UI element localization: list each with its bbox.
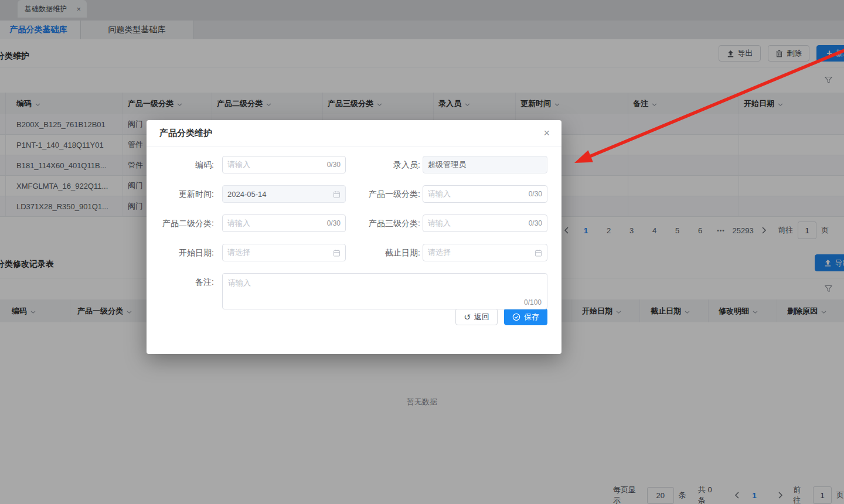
cat3-label: 产品三级分类: <box>346 214 420 232</box>
start-date-label: 开始日期: <box>147 244 214 261</box>
back-button[interactable]: ↺ 返回 <box>455 308 498 325</box>
dialog-footer: ↺ 返回 保存 <box>147 308 547 325</box>
dialog-title: 产品分类维护 <box>159 128 212 139</box>
dialog-header: 产品分类维护 × <box>147 120 561 147</box>
char-counter: 0/100 <box>524 298 542 307</box>
operator-label: 录入员: <box>346 156 420 173</box>
check-circle-icon <box>512 313 520 321</box>
remark-textarea[interactable]: 请输入 0/100 <box>222 273 547 309</box>
form-row: 备注: 请输入 0/100 <box>147 273 561 291</box>
update-time-label: 更新时间: <box>147 185 214 203</box>
form-row: 编码: 请输入 0/30 录入员: 超级管理员 <box>147 156 561 173</box>
calendar-icon <box>333 249 341 257</box>
save-button[interactable]: 保存 <box>504 308 547 325</box>
end-date-picker[interactable]: 请选择 <box>423 244 547 261</box>
cat3-input[interactable]: 请输入 0/30 <box>423 214 547 232</box>
cat1-label: 产品一级分类: <box>346 185 420 203</box>
dialog-body: 编码: 请输入 0/30 录入员: 超级管理员 更新时间: 2024-05-14… <box>147 147 561 325</box>
cat2-label: 产品二级分类: <box>147 214 214 232</box>
remark-label: 备注: <box>147 273 214 291</box>
form-row: 开始日期: 请选择 截止日期: 请选择 <box>147 244 561 261</box>
cat2-input[interactable]: 请输入 0/30 <box>222 214 346 232</box>
close-icon[interactable]: × <box>543 128 550 138</box>
operator-input: 超级管理员 <box>423 156 547 173</box>
update-time-input: 2024-05-14 <box>222 185 346 203</box>
end-date-label: 截止日期: <box>346 244 420 261</box>
save-button-label: 保存 <box>524 312 539 322</box>
char-counter: 0/30 <box>327 161 341 169</box>
product-category-dialog: 产品分类维护 × 编码: 请输入 0/30 录入员: 超级管理员 更新时间: 2… <box>147 120 561 354</box>
app-screen: 基础数据维护 × 产品分类基础库 问题类型基础库 分类维护 导出 删除 <box>0 0 844 504</box>
char-counter: 0/30 <box>327 219 341 227</box>
code-input[interactable]: 请输入 0/30 <box>222 156 346 173</box>
form-row: 产品二级分类: 请输入 0/30 产品三级分类: 请输入 0/30 <box>147 214 561 232</box>
cat1-input[interactable]: 请输入 0/30 <box>423 185 547 203</box>
calendar-icon <box>535 249 542 257</box>
char-counter: 0/30 <box>529 190 542 198</box>
code-label: 编码: <box>147 156 214 173</box>
undo-icon: ↺ <box>464 313 471 321</box>
calendar-icon <box>333 190 341 198</box>
start-date-picker[interactable]: 请选择 <box>222 244 346 261</box>
back-button-label: 返回 <box>474 312 489 322</box>
char-counter: 0/30 <box>529 219 542 227</box>
form-row: 更新时间: 2024-05-14 产品一级分类: 请输入 0/30 <box>147 185 561 203</box>
